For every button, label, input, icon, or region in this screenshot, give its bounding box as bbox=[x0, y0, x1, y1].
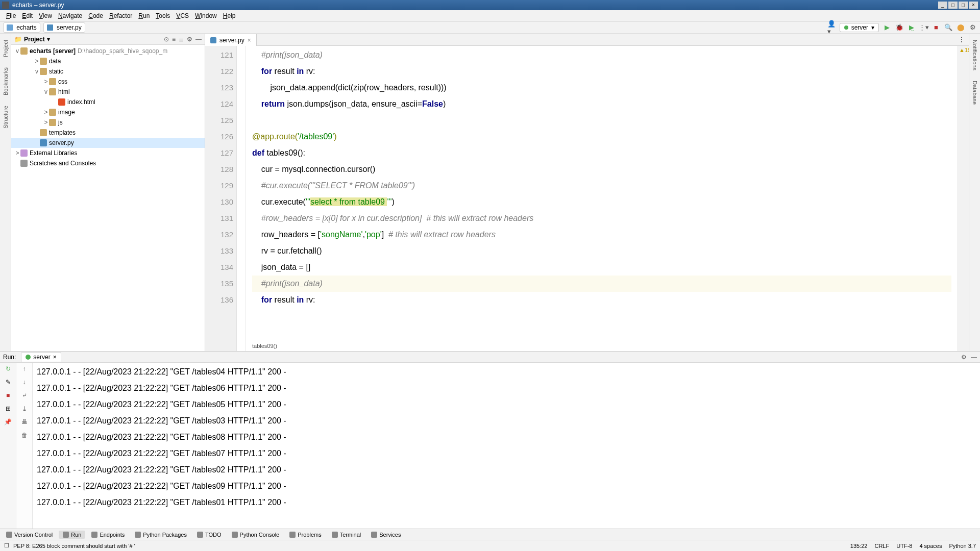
project-tool-tab[interactable]: Project bbox=[2, 37, 10, 60]
status-item[interactable]: Python 3.7 bbox=[949, 543, 976, 549]
status-item[interactable]: UTF-8 bbox=[896, 543, 912, 549]
menu-file[interactable]: File bbox=[3, 11, 19, 20]
status-item[interactable]: CRLF bbox=[874, 543, 889, 549]
tool-todo[interactable]: TODO bbox=[193, 531, 226, 539]
project-root[interactable]: v echarts [server] D:\hadoop_spark_hive_… bbox=[11, 46, 205, 56]
database-tool-tab[interactable]: Database bbox=[971, 78, 979, 108]
settings-icon[interactable]: ⚙ bbox=[969, 23, 977, 32]
expand-all-icon[interactable]: ≡ bbox=[172, 36, 176, 43]
menu-help[interactable]: Help bbox=[220, 11, 239, 20]
code-line[interactable]: #print(json_data) bbox=[252, 47, 951, 63]
minimize-button[interactable]: _ bbox=[938, 2, 947, 9]
menu-run[interactable]: Run bbox=[135, 11, 153, 20]
scroll-to-end-button[interactable]: ⤓ bbox=[20, 405, 29, 413]
console-output[interactable]: 127.0.0.1 - - [22/Aug/2023 21:22:22] "GE… bbox=[33, 363, 980, 529]
menu-code[interactable]: Code bbox=[85, 11, 106, 20]
warning-icon[interactable]: ▲19 bbox=[959, 47, 969, 54]
tool-services[interactable]: Services bbox=[367, 531, 405, 539]
code-line[interactable]: cur = mysql.connection.cursor() bbox=[252, 161, 951, 178]
code-line[interactable] bbox=[252, 112, 951, 129]
close-button[interactable]: × bbox=[969, 2, 978, 9]
status-item[interactable]: 135:22 bbox=[850, 543, 868, 549]
structure-tool-tab[interactable]: Structure bbox=[2, 103, 10, 132]
debug-button[interactable]: 🐞 bbox=[895, 23, 903, 32]
status-item[interactable]: 4 spaces bbox=[919, 543, 942, 549]
menu-view[interactable]: View bbox=[36, 11, 55, 20]
editor-breadcrumbs[interactable]: tables09() bbox=[246, 343, 958, 351]
tree-item[interactable]: Scratches and Consoles bbox=[11, 158, 205, 168]
ide-updates-icon[interactable]: ⬤ bbox=[957, 23, 965, 32]
tree-item[interactable]: >data bbox=[11, 56, 205, 66]
tool-python-console[interactable]: Python Console bbox=[228, 531, 284, 539]
breadcrumb-root[interactable]: echarts bbox=[3, 22, 40, 33]
notifications-tool-tab[interactable]: Notifications bbox=[971, 37, 979, 73]
tool-version-control[interactable]: Version Control bbox=[2, 531, 57, 539]
stop-button[interactable]: ■ bbox=[932, 23, 940, 32]
tool-terminal[interactable]: Terminal bbox=[328, 531, 365, 539]
open-run-config-button[interactable]: ✎ bbox=[4, 378, 12, 386]
tool-run[interactable]: Run bbox=[59, 531, 85, 539]
close-tab-icon[interactable]: × bbox=[248, 37, 251, 44]
rerun-button[interactable]: ↻ bbox=[4, 365, 12, 373]
editor-tab[interactable]: server.py × bbox=[205, 34, 257, 46]
clear-button[interactable]: 🗑 bbox=[20, 431, 29, 439]
tree-item[interactable]: index.html bbox=[11, 97, 205, 107]
breadcrumb-file[interactable]: server.py bbox=[43, 22, 85, 33]
print-button[interactable]: 🖶 bbox=[20, 418, 29, 426]
menu-edit[interactable]: Edit bbox=[19, 11, 36, 20]
layout-button[interactable]: ⊞ bbox=[4, 405, 12, 413]
editor-more-icon[interactable]: ⋮ bbox=[954, 34, 969, 45]
code-line[interactable]: cur.execute('''select * from table09 '''… bbox=[252, 194, 951, 210]
chevron-down-icon[interactable]: ▾ bbox=[47, 36, 50, 43]
tree-item[interactable]: vstatic bbox=[11, 66, 205, 77]
menu-refactor[interactable]: Refactor bbox=[106, 11, 135, 20]
menu-window[interactable]: Window bbox=[192, 11, 220, 20]
soft-wrap-button[interactable]: ⤶ bbox=[20, 391, 29, 399]
tree-item[interactable]: >js bbox=[11, 117, 205, 128]
close-tab-icon[interactable]: × bbox=[53, 354, 57, 361]
tree-item[interactable]: >External Libraries bbox=[11, 148, 205, 158]
run-tab[interactable]: server × bbox=[21, 352, 61, 362]
more-run-button[interactable]: ⋮▾ bbox=[920, 23, 928, 32]
code-line[interactable]: json_data = [] bbox=[252, 259, 951, 276]
hide-panel-icon[interactable]: — bbox=[195, 36, 202, 43]
menu-navigate[interactable]: Navigate bbox=[55, 11, 85, 20]
code-line[interactable]: #cur.execute('''SELECT * FROM table09'''… bbox=[252, 178, 951, 194]
tree-item[interactable]: vhtml bbox=[11, 87, 205, 97]
settings-icon[interactable]: ⚙ bbox=[961, 354, 967, 361]
coverage-button[interactable]: ▶̤ bbox=[908, 23, 916, 32]
run-config-selector[interactable]: server ▾ bbox=[840, 23, 879, 32]
status-bar-icon[interactable]: ☐ bbox=[4, 542, 9, 549]
tool-python-packages[interactable]: Python Packages bbox=[131, 531, 191, 539]
code-line[interactable]: rv = cur.fetchall() bbox=[252, 243, 951, 259]
collapse-all-icon[interactable]: ≣ bbox=[179, 36, 184, 43]
select-opened-file-icon[interactable]: ⊙ bbox=[164, 36, 169, 43]
tool-endpoints[interactable]: Endpoints bbox=[87, 531, 129, 539]
code-line[interactable]: row_headers = ['songName','pop'] # this … bbox=[252, 227, 951, 243]
menu-tools[interactable]: Tools bbox=[153, 11, 173, 20]
tree-item[interactable]: server.py bbox=[11, 138, 205, 148]
code-line[interactable]: for result in rv: bbox=[252, 63, 951, 80]
tool-problems[interactable]: Problems bbox=[285, 531, 325, 539]
code-line[interactable]: json_data.append(dict(zip(row_headers, r… bbox=[252, 80, 951, 96]
run-button[interactable]: ▶ bbox=[883, 23, 891, 32]
hide-panel-icon[interactable]: — bbox=[971, 354, 977, 361]
stop-button[interactable]: ■ bbox=[4, 391, 12, 399]
tree-item[interactable]: >css bbox=[11, 77, 205, 87]
code-line[interactable]: #print(json_data) bbox=[252, 276, 951, 292]
restore-button[interactable]: □ bbox=[948, 2, 958, 9]
maximize-button[interactable]: □ bbox=[959, 2, 968, 9]
code-line[interactable]: for result in rv: bbox=[252, 292, 951, 308]
settings-icon[interactable]: ⚙ bbox=[187, 36, 192, 43]
code-line[interactable]: def tables09(): bbox=[252, 145, 951, 161]
up-stacktrace-button[interactable]: ↑ bbox=[20, 365, 29, 373]
tree-item[interactable]: >image bbox=[11, 107, 205, 117]
code-area[interactable]: #print(json_data) for result in rv: json… bbox=[246, 46, 958, 351]
code-line[interactable]: #row_headers = [x[0] for x in cur.descri… bbox=[252, 210, 951, 227]
add-config-icon[interactable]: 👤▾ bbox=[827, 23, 836, 32]
search-everywhere-button[interactable]: 🔍 bbox=[944, 23, 952, 32]
down-stacktrace-button[interactable]: ↓ bbox=[20, 378, 29, 386]
bookmarks-tool-tab[interactable]: Bookmarks bbox=[2, 64, 10, 98]
tree-item[interactable]: templates bbox=[11, 128, 205, 138]
code-line[interactable]: @app.route('/tables09') bbox=[252, 129, 951, 145]
